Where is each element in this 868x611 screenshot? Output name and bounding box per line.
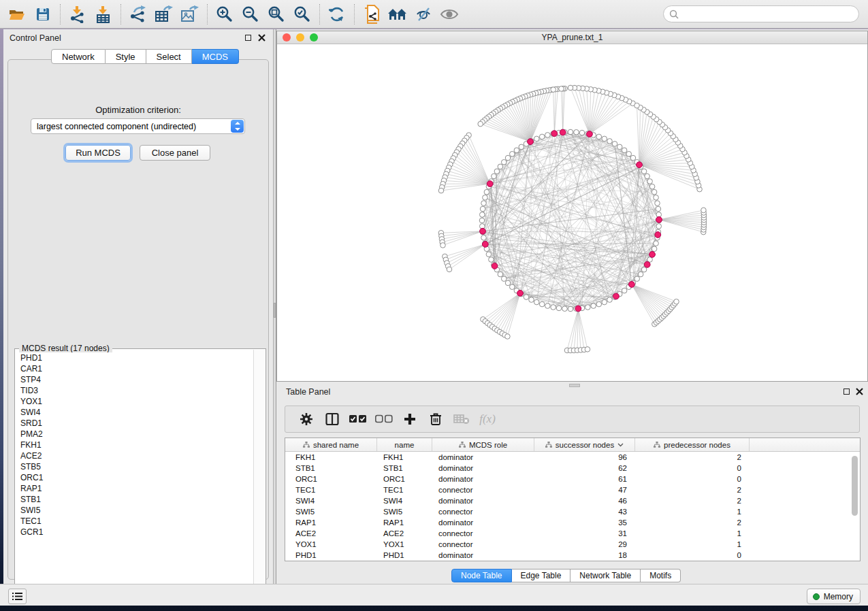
ring-node[interactable]: [534, 299, 539, 305]
ring-node[interactable]: [607, 139, 613, 144]
ring-node[interactable]: [509, 284, 515, 290]
mcds-result-item[interactable]: PMA2: [20, 429, 253, 440]
ring-node[interactable]: [479, 212, 485, 218]
mcds-hub-node[interactable]: [587, 131, 593, 137]
ring-node[interactable]: [585, 305, 591, 310]
tab-motifs[interactable]: Motifs: [641, 569, 681, 582]
eye-icon[interactable]: [436, 2, 462, 27]
ring-node[interactable]: [529, 297, 534, 303]
table-row[interactable]: STB1STB1dominator620: [285, 463, 860, 474]
network-document-icon[interactable]: [359, 2, 385, 27]
close-panel-icon[interactable]: [258, 34, 266, 42]
leaf-node[interactable]: [440, 243, 446, 248]
mcds-result-item[interactable]: TEC1: [20, 516, 253, 527]
zoom-out-icon[interactable]: [238, 2, 263, 27]
delete-column-icon[interactable]: [423, 408, 449, 430]
mcds-hub-node[interactable]: [644, 261, 650, 267]
mcds-result-item[interactable]: SRD1: [20, 418, 253, 429]
ring-node[interactable]: [626, 151, 632, 156]
mcds-hub-node[interactable]: [560, 129, 566, 135]
ring-node[interactable]: [596, 301, 602, 307]
zoom-fit-icon[interactable]: [263, 2, 289, 27]
ring-node[interactable]: [647, 179, 653, 184]
save-session-icon[interactable]: [30, 2, 56, 27]
mcds-hub-node[interactable]: [487, 181, 493, 187]
mcds-list-scrollbar[interactable]: [253, 350, 265, 599]
mcds-hub-node[interactable]: [551, 131, 558, 137]
mcds-hub-node[interactable]: [492, 263, 498, 269]
ring-node[interactable]: [492, 174, 497, 179]
ring-node[interactable]: [545, 303, 551, 309]
mcds-result-item[interactable]: ACE2: [20, 450, 253, 461]
table-close-icon[interactable]: [856, 388, 863, 395]
tab-edge-table[interactable]: Edge Table: [512, 569, 571, 582]
table-float-icon[interactable]: [843, 389, 850, 395]
search-box[interactable]: [663, 5, 859, 22]
table-row[interactable]: SWI4SWI4dominator462: [285, 495, 860, 506]
leaf-node[interactable]: [585, 347, 590, 352]
mcds-result-item[interactable]: ORC1: [20, 472, 253, 483]
table-row[interactable]: FKH1FKH1dominator962: [285, 452, 860, 463]
import-table-icon[interactable]: [91, 2, 116, 27]
ring-node[interactable]: [481, 201, 487, 206]
ring-node[interactable]: [539, 134, 545, 139]
ring-node[interactable]: [617, 144, 622, 150]
tab-network[interactable]: Network: [51, 49, 106, 64]
leaf-node[interactable]: [559, 86, 564, 92]
mcds-hub-node[interactable]: [637, 162, 643, 168]
ring-node[interactable]: [630, 155, 636, 161]
leaf-node[interactable]: [438, 188, 444, 193]
search-input[interactable]: [679, 10, 842, 19]
double-house-icon[interactable]: [385, 2, 411, 27]
ring-node[interactable]: [652, 189, 657, 195]
memory-button[interactable]: Memory: [807, 589, 861, 604]
mcds-result-item[interactable]: CAR1: [20, 363, 253, 374]
mcds-result-item[interactable]: STB1: [20, 494, 253, 505]
ring-node[interactable]: [534, 136, 539, 142]
ring-node[interactable]: [602, 136, 607, 142]
ring-node[interactable]: [480, 206, 485, 212]
column-header-MCDS-role[interactable]: MCDS role: [432, 438, 534, 451]
ring-node[interactable]: [654, 241, 659, 246]
ring-node[interactable]: [591, 303, 596, 309]
leaf-node[interactable]: [505, 334, 511, 340]
ring-node[interactable]: [498, 271, 503, 277]
deselect-all-icon[interactable]: [371, 408, 397, 430]
table-row[interactable]: SWI5SWI5connector431: [285, 506, 860, 517]
table-row[interactable]: ACE2ACE2connector311: [285, 528, 860, 539]
column-header-shared-name[interactable]: shared name: [285, 438, 377, 451]
ring-node[interactable]: [481, 235, 487, 241]
table-row[interactable]: ORC1ORC1dominator610: [285, 474, 860, 484]
ring-node[interactable]: [641, 169, 647, 174]
ring-node[interactable]: [483, 195, 488, 201]
ring-node[interactable]: [656, 224, 662, 229]
column-header-predecessor-nodes[interactable]: predecessor nodes: [635, 438, 750, 451]
mcds-hub-node[interactable]: [613, 293, 620, 299]
table-row[interactable]: RAP1RAP1dominator352: [285, 517, 860, 528]
leaf-node[interactable]: [674, 299, 679, 305]
mcds-hub-node[interactable]: [655, 232, 661, 238]
run-mcds-button[interactable]: Run MCDS: [65, 145, 131, 161]
ring-node[interactable]: [568, 306, 573, 312]
tab-select[interactable]: Select: [146, 49, 192, 64]
ring-node[interactable]: [596, 134, 602, 139]
ring-node[interactable]: [556, 306, 562, 311]
ring-node[interactable]: [486, 252, 492, 257]
tab-network-table[interactable]: Network Table: [570, 569, 641, 582]
mcds-result-item[interactable]: GCR1: [20, 527, 253, 538]
ring-node[interactable]: [498, 164, 503, 169]
ring-node[interactable]: [505, 155, 511, 161]
zoom-in-icon[interactable]: [212, 2, 238, 27]
ring-node[interactable]: [612, 142, 617, 147]
leaf-node[interactable]: [568, 85, 573, 90]
horizontal-splitter-grip[interactable]: [569, 384, 580, 387]
ring-node[interactable]: [622, 148, 627, 153]
mcds-result-item[interactable]: STB5: [20, 461, 253, 472]
add-column-icon[interactable]: [397, 408, 423, 430]
mcds-result-item[interactable]: FKH1: [20, 440, 253, 450]
close-panel-button[interactable]: Close panel: [140, 145, 210, 161]
ring-node[interactable]: [656, 206, 661, 212]
mcds-result-item[interactable]: RAP1: [20, 483, 253, 494]
ring-node[interactable]: [574, 129, 579, 135]
mcds-hub-node[interactable]: [628, 282, 634, 288]
